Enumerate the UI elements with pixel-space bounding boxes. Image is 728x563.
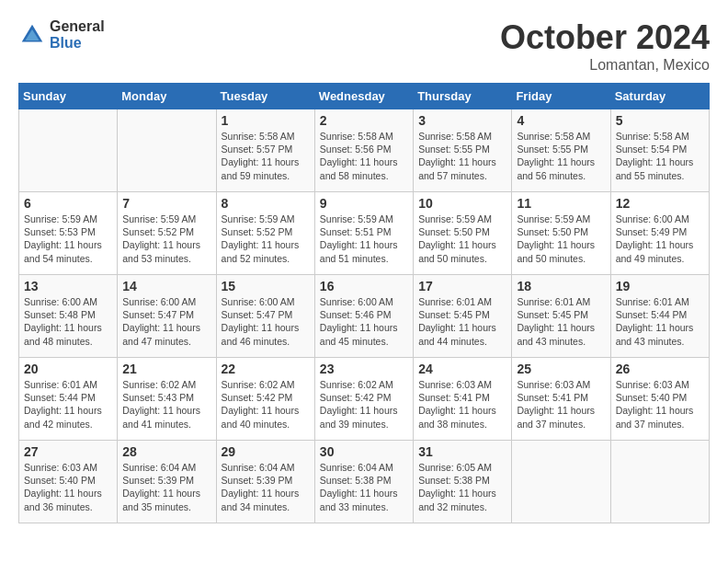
cell-content: Sunrise: 6:02 AMSunset: 5:42 PMDaylight:…	[222, 378, 310, 431]
calendar-cell: 10Sunrise: 5:59 AMSunset: 5:50 PMDayligh…	[414, 192, 512, 275]
calendar-cell	[19, 109, 118, 192]
calendar-cell: 14Sunrise: 6:00 AMSunset: 5:47 PMDayligh…	[118, 275, 216, 358]
calendar-cell: 18Sunrise: 6:01 AMSunset: 5:45 PMDayligh…	[512, 275, 610, 358]
calendar-cell: 8Sunrise: 5:59 AMSunset: 5:52 PMDaylight…	[216, 192, 314, 275]
day-number: 7	[122, 196, 210, 211]
calendar-cell: 23Sunrise: 6:02 AMSunset: 5:42 PMDayligh…	[314, 358, 413, 441]
day-number: 21	[122, 362, 210, 376]
calendar-cell: 9Sunrise: 5:59 AMSunset: 5:51 PMDaylight…	[314, 192, 413, 275]
cell-content: Sunrise: 5:58 AMSunset: 5:55 PMDaylight:…	[418, 130, 506, 182]
col-header-monday: Monday	[118, 84, 216, 109]
calendar-cell: 28Sunrise: 6:04 AMSunset: 5:39 PMDayligh…	[118, 441, 216, 523]
calendar-cell: 3Sunrise: 5:58 AMSunset: 5:55 PMDaylight…	[414, 109, 512, 192]
cell-content: Sunrise: 6:04 AMSunset: 5:39 PMDaylight:…	[122, 461, 210, 513]
day-number: 12	[616, 196, 704, 211]
cell-content: Sunrise: 6:05 AMSunset: 5:38 PMDaylight:…	[418, 461, 506, 513]
calendar-cell: 25Sunrise: 6:03 AMSunset: 5:41 PMDayligh…	[512, 358, 610, 441]
calendar-cell: 17Sunrise: 6:01 AMSunset: 5:45 PMDayligh…	[414, 275, 512, 358]
day-number: 13	[24, 279, 112, 293]
cell-content: Sunrise: 6:04 AMSunset: 5:38 PMDaylight:…	[320, 461, 408, 513]
cell-content: Sunrise: 5:59 AMSunset: 5:52 PMDaylight:…	[122, 213, 210, 265]
day-number: 11	[517, 196, 605, 211]
calendar-cell: 13Sunrise: 6:00 AMSunset: 5:48 PMDayligh…	[19, 275, 118, 358]
col-header-sunday: Sunday	[19, 84, 118, 109]
calendar-cell	[610, 441, 709, 523]
day-number: 8	[222, 196, 310, 211]
day-number: 16	[320, 279, 408, 293]
day-number: 17	[418, 279, 506, 293]
cell-content: Sunrise: 5:58 AMSunset: 5:56 PMDaylight:…	[320, 130, 408, 182]
day-number: 1	[222, 113, 310, 128]
calendar-table: SundayMondayTuesdayWednesdayThursdayFrid…	[18, 83, 710, 523]
cell-content: Sunrise: 6:01 AMSunset: 5:44 PMDaylight:…	[616, 295, 704, 348]
cell-content: Sunrise: 6:02 AMSunset: 5:42 PMDaylight:…	[320, 378, 408, 431]
page-header: General Blue October 2024 Lomantan, Mexi…	[18, 18, 710, 74]
day-number: 4	[517, 113, 605, 128]
calendar-cell: 5Sunrise: 5:58 AMSunset: 5:54 PMDaylight…	[610, 109, 709, 192]
day-number: 26	[616, 362, 704, 376]
col-header-tuesday: Tuesday	[216, 84, 314, 109]
calendar-cell: 16Sunrise: 6:00 AMSunset: 5:46 PMDayligh…	[314, 275, 413, 358]
day-number: 20	[24, 362, 112, 376]
cell-content: Sunrise: 6:01 AMSunset: 5:44 PMDaylight:…	[24, 378, 112, 431]
week-row-2: 6Sunrise: 5:59 AMSunset: 5:53 PMDaylight…	[19, 192, 710, 275]
day-number: 30	[320, 444, 408, 459]
cell-content: Sunrise: 6:00 AMSunset: 5:48 PMDaylight:…	[24, 295, 112, 348]
cell-content: Sunrise: 5:59 AMSunset: 5:51 PMDaylight:…	[320, 213, 408, 265]
calendar-cell: 19Sunrise: 6:01 AMSunset: 5:44 PMDayligh…	[610, 275, 709, 358]
cell-content: Sunrise: 6:03 AMSunset: 5:41 PMDaylight:…	[517, 378, 605, 431]
calendar-cell: 21Sunrise: 6:02 AMSunset: 5:43 PMDayligh…	[118, 358, 216, 441]
cell-content: Sunrise: 5:59 AMSunset: 5:50 PMDaylight:…	[517, 213, 605, 265]
day-number: 25	[517, 362, 605, 376]
logo-general: General	[50, 18, 105, 35]
cell-content: Sunrise: 6:04 AMSunset: 5:39 PMDaylight:…	[222, 461, 310, 513]
calendar-cell: 6Sunrise: 5:59 AMSunset: 5:53 PMDaylight…	[19, 192, 118, 275]
day-number: 27	[24, 444, 112, 459]
logo-text: General Blue	[50, 18, 105, 51]
day-number: 28	[122, 444, 210, 459]
day-number: 29	[222, 444, 310, 459]
day-number: 23	[320, 362, 408, 376]
week-row-3: 13Sunrise: 6:00 AMSunset: 5:48 PMDayligh…	[19, 275, 710, 358]
week-row-1: 1Sunrise: 5:58 AMSunset: 5:57 PMDaylight…	[19, 109, 710, 192]
day-number: 3	[418, 113, 506, 128]
day-number: 2	[320, 113, 408, 128]
day-number: 18	[517, 279, 605, 293]
calendar-cell	[118, 109, 216, 192]
logo-icon	[18, 21, 46, 49]
header-row: SundayMondayTuesdayWednesdayThursdayFrid…	[19, 84, 710, 109]
calendar-cell: 27Sunrise: 6:03 AMSunset: 5:40 PMDayligh…	[19, 441, 118, 523]
week-row-5: 27Sunrise: 6:03 AMSunset: 5:40 PMDayligh…	[19, 441, 710, 523]
col-header-thursday: Thursday	[414, 84, 512, 109]
cell-content: Sunrise: 6:00 AMSunset: 5:49 PMDaylight:…	[616, 213, 704, 265]
cell-content: Sunrise: 5:59 AMSunset: 5:50 PMDaylight:…	[418, 213, 506, 265]
cell-content: Sunrise: 6:00 AMSunset: 5:46 PMDaylight:…	[320, 295, 408, 348]
day-number: 15	[222, 279, 310, 293]
cell-content: Sunrise: 5:58 AMSunset: 5:54 PMDaylight:…	[616, 130, 704, 182]
calendar-cell: 15Sunrise: 6:00 AMSunset: 5:47 PMDayligh…	[216, 275, 314, 358]
calendar-cell: 7Sunrise: 5:59 AMSunset: 5:52 PMDaylight…	[118, 192, 216, 275]
cell-content: Sunrise: 5:59 AMSunset: 5:53 PMDaylight:…	[24, 213, 112, 265]
calendar-cell	[512, 441, 610, 523]
cell-content: Sunrise: 5:59 AMSunset: 5:52 PMDaylight:…	[222, 213, 310, 265]
calendar-cell: 2Sunrise: 5:58 AMSunset: 5:56 PMDaylight…	[314, 109, 413, 192]
location: Lomantan, Mexico	[500, 57, 710, 74]
cell-content: Sunrise: 6:00 AMSunset: 5:47 PMDaylight:…	[122, 295, 210, 348]
calendar-cell: 4Sunrise: 5:58 AMSunset: 5:55 PMDaylight…	[512, 109, 610, 192]
month-title: October 2024	[500, 18, 710, 57]
cell-content: Sunrise: 6:00 AMSunset: 5:47 PMDaylight:…	[222, 295, 310, 348]
cell-content: Sunrise: 6:03 AMSunset: 5:41 PMDaylight:…	[418, 378, 506, 431]
col-header-wednesday: Wednesday	[314, 84, 413, 109]
calendar-cell: 22Sunrise: 6:02 AMSunset: 5:42 PMDayligh…	[216, 358, 314, 441]
col-header-saturday: Saturday	[610, 84, 709, 109]
day-number: 10	[418, 196, 506, 211]
calendar-cell: 30Sunrise: 6:04 AMSunset: 5:38 PMDayligh…	[314, 441, 413, 523]
cell-content: Sunrise: 6:02 AMSunset: 5:43 PMDaylight:…	[122, 378, 210, 431]
calendar-cell: 11Sunrise: 5:59 AMSunset: 5:50 PMDayligh…	[512, 192, 610, 275]
week-row-4: 20Sunrise: 6:01 AMSunset: 5:44 PMDayligh…	[19, 358, 710, 441]
day-number: 24	[418, 362, 506, 376]
calendar-cell: 1Sunrise: 5:58 AMSunset: 5:57 PMDaylight…	[216, 109, 314, 192]
day-number: 6	[24, 196, 112, 211]
calendar-cell: 12Sunrise: 6:00 AMSunset: 5:49 PMDayligh…	[610, 192, 709, 275]
day-number: 31	[418, 444, 506, 459]
